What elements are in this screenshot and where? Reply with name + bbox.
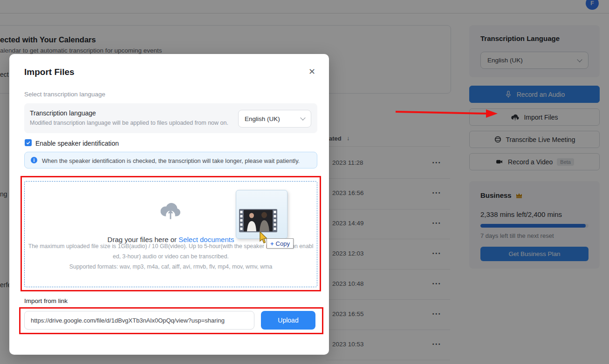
modal-language-value: English (UK) bbox=[245, 115, 280, 122]
language-row-title: Transcription language bbox=[30, 109, 96, 117]
language-row-description: Modified transcription language will be … bbox=[30, 120, 228, 126]
import-from-link-label: Import from link bbox=[24, 297, 68, 304]
close-icon[interactable]: ✕ bbox=[308, 67, 315, 77]
speaker-checkbox-label: Enable speaker identification bbox=[35, 140, 119, 147]
annotation-rect-dropzone bbox=[21, 176, 321, 291]
chevron-down-icon bbox=[300, 115, 305, 120]
select-language-label: Select transcription language bbox=[24, 91, 105, 98]
modal-title: Import Files bbox=[24, 67, 75, 77]
info-banner-text: When the speaker identification is check… bbox=[42, 157, 300, 164]
speaker-identification-checkbox[interactable] bbox=[25, 139, 32, 146]
info-icon: i bbox=[31, 157, 37, 163]
modal-language-select[interactable]: English (UK) bbox=[238, 110, 311, 128]
checkmark-icon bbox=[26, 140, 31, 145]
annotation-arrow bbox=[394, 107, 501, 120]
annotation-rect-import-link bbox=[19, 307, 323, 334]
